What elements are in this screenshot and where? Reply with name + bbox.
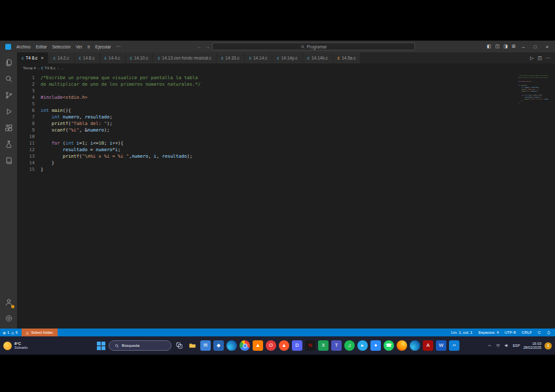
code-line[interactable]: 14 }: [17, 160, 555, 166]
line-number[interactable]: 15: [17, 166, 41, 173]
line-number[interactable]: 13: [17, 153, 41, 160]
app-vlc[interactable]: ▲: [253, 340, 263, 351]
account-icon[interactable]: [0, 294, 17, 310]
breadcrumb-item[interactable]: Tema 4: [23, 66, 36, 70]
line-number[interactable]: 3: [17, 88, 41, 94]
minimize-button[interactable]: –: [520, 45, 528, 49]
code-line[interactable]: 10: [17, 134, 555, 140]
app-opera[interactable]: O: [266, 340, 276, 351]
code-line[interactable]: 15}: [17, 166, 555, 173]
maximize-button[interactable]: □: [531, 45, 539, 49]
tab-14-2-c[interactable]: C14.2.c: [48, 52, 74, 63]
app-spotify[interactable]: ♫: [344, 340, 355, 351]
code-line[interactable]: 8 printf("Tabla del: ");: [17, 120, 555, 127]
code-editor[interactable]: 1/*Escribe un programa que visualice por…: [17, 73, 555, 329]
more-actions-button[interactable]: ⋯: [546, 56, 550, 61]
notification-count-badge[interactable]: 1: [545, 342, 552, 349]
tab-14-33-c[interactable]: C14.33.c: [217, 52, 245, 63]
line-number[interactable]: 12: [17, 147, 41, 153]
code-line[interactable]: 3: [17, 88, 555, 94]
line-number[interactable]: 11: [17, 140, 41, 147]
app-netflix[interactable]: N: [305, 340, 315, 351]
line-number[interactable]: 14: [17, 160, 41, 166]
volume-icon[interactable]: [504, 343, 509, 348]
testing-icon[interactable]: [0, 136, 17, 152]
app-file-explorer[interactable]: [187, 340, 198, 351]
app-chrome[interactable]: [240, 340, 250, 351]
run-file-button[interactable]: ▷: [530, 56, 533, 61]
app-edge[interactable]: [226, 340, 237, 351]
tray-overflow-icon[interactable]: [487, 343, 492, 348]
status-item-l-n-1-col-1[interactable]: Lín. 1, col. 1: [451, 330, 473, 334]
app-sheets[interactable]: X: [318, 340, 329, 351]
line-number[interactable]: 7: [17, 114, 41, 120]
breadcrumb-item[interactable]: CT4 8.c: [41, 66, 56, 70]
code-line[interactable]: 9 scanf("%i", &numero);: [17, 127, 555, 134]
code-line[interactable]: 11 for (int i=1; i<=10; i++){: [17, 140, 555, 147]
select-folder-warning-badge[interactable]: ⚠ Select folder.: [22, 329, 58, 336]
extensions-icon[interactable]: [0, 120, 17, 136]
problems-indicator[interactable]: ⊗ 1 ⚠ 6: [3, 330, 18, 335]
line-number[interactable]: 4: [17, 94, 41, 101]
status-item-c[interactable]: C: [538, 330, 541, 334]
line-number[interactable]: 5: [17, 101, 41, 107]
source-control-icon[interactable]: [0, 87, 17, 103]
code-line[interactable]: 6int main(){: [17, 107, 555, 114]
minimap[interactable]: /*Escribe un programa que visualice por …: [518, 75, 548, 104]
clock[interactable]: 16:03 28/02/2025: [523, 342, 541, 350]
taskbar-search[interactable]: Búsqueda: [109, 340, 171, 351]
toggle-secondary-sidebar-icon[interactable]: ◨: [503, 44, 508, 49]
code-line[interactable]: 1/*Escribe un programa que visualice por…: [17, 75, 555, 81]
code-line[interactable]: 13 printf("\n%i x %i = %i ",numero, i, r…: [17, 153, 555, 160]
nav-back-icon[interactable]: ←: [195, 45, 204, 49]
breadcrumb-item[interactable]: …: [61, 66, 65, 70]
weather-widget[interactable]: 8°C Soleado: [3, 342, 27, 350]
close-icon[interactable]: ×: [41, 56, 43, 60]
explorer-icon[interactable]: [0, 54, 17, 71]
command-center-search[interactable]: Programar: [212, 43, 415, 50]
notifications-bell-icon[interactable]: [546, 330, 551, 335]
app-discord[interactable]: D: [292, 340, 302, 351]
tab-t4-8-c[interactable]: CT4 8.c×: [17, 52, 48, 63]
app-edge-2[interactable]: [410, 340, 420, 351]
docs-icon[interactable]: [0, 152, 17, 169]
code-line[interactable]: 5: [17, 101, 555, 107]
app-brave[interactable]: ▲: [279, 340, 289, 351]
run-debug-icon[interactable]: [0, 103, 17, 120]
close-button[interactable]: ×: [543, 45, 551, 49]
nav-forward-icon[interactable]: →: [204, 45, 212, 49]
tab-14-10-c[interactable]: C14.10.c: [126, 52, 154, 63]
start-button[interactable]: [96, 340, 106, 351]
tab-14-5a-c[interactable]: C14.5a.c: [333, 52, 361, 63]
app-task-view[interactable]: [174, 340, 185, 351]
app-acrobat[interactable]: A: [423, 340, 433, 351]
menu-selecci-n[interactable]: Selección: [50, 44, 73, 50]
line-number[interactable]: 6: [17, 107, 41, 114]
app-vscode[interactable]: ‹›: [449, 340, 459, 351]
toggle-panel-icon[interactable]: ◫: [495, 44, 500, 49]
split-editor-button[interactable]: ◫: [537, 56, 542, 61]
line-number[interactable]: 1: [17, 75, 41, 81]
tab-14-4-c[interactable]: C14.4.c: [100, 52, 126, 63]
wifi-icon[interactable]: [495, 343, 501, 348]
line-number[interactable]: 2: [17, 81, 41, 88]
status-item-espacios-4[interactable]: Espacios: 4: [478, 330, 499, 334]
app-zoom[interactable]: ●: [370, 340, 381, 351]
tab-14-14-c[interactable]: C14.14.c: [245, 52, 273, 63]
app-mail[interactable]: ✉: [200, 340, 211, 351]
tab-14-8-c[interactable]: C14.8.c: [75, 52, 100, 63]
menu-ir[interactable]: Ir: [85, 44, 93, 50]
tab-14-14b-c[interactable]: C14.14b.c: [303, 52, 333, 63]
tab-14-13-con-fondo-musical-c[interactable]: C14.13 con fondo musical.c: [153, 52, 217, 63]
code-line[interactable]: 4#include<stdio.h>: [17, 94, 555, 101]
app-firefox[interactable]: [397, 340, 407, 351]
code-line[interactable]: 2de multiplicar de uno de los primeros n…: [17, 81, 555, 88]
line-number[interactable]: 8: [17, 120, 41, 127]
line-number[interactable]: 9: [17, 127, 41, 134]
tab-14-14p-c[interactable]: C14.14p.c: [272, 52, 302, 63]
code-line[interactable]: 7 int numero, resultado;: [17, 114, 555, 120]
app-word[interactable]: W: [436, 340, 446, 351]
menu-editar[interactable]: Editar: [33, 44, 50, 50]
menu-ejecutar[interactable]: Ejecutar: [93, 44, 114, 50]
settings-icon[interactable]: [0, 310, 17, 327]
